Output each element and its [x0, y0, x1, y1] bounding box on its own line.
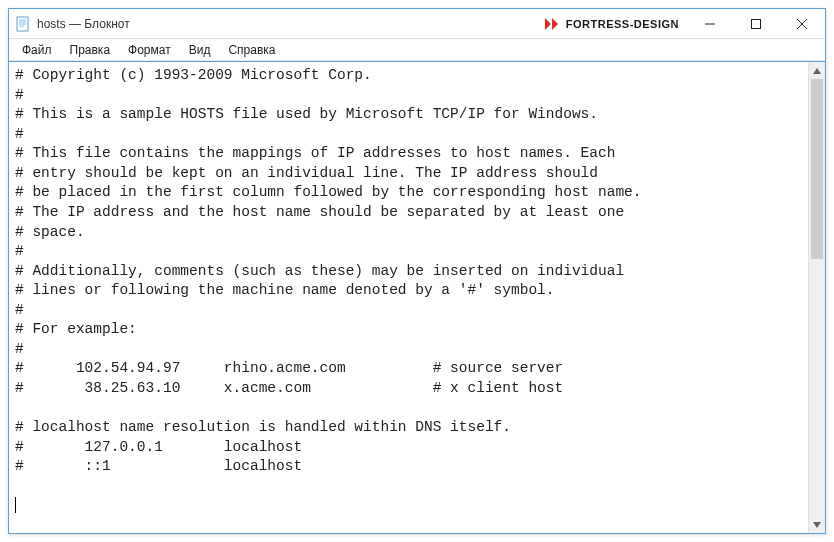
maximize-button[interactable] [733, 9, 779, 39]
menu-format[interactable]: Формат [119, 41, 180, 59]
editor-area: # Copyright (c) 1993-2009 Microsoft Corp… [9, 61, 825, 533]
scroll-down-arrow-icon[interactable] [809, 516, 825, 533]
brand-watermark: FORTRESS-DESIGN [544, 17, 679, 31]
editor-content: # Copyright (c) 1993-2009 Microsoft Corp… [15, 67, 642, 474]
minimize-button[interactable] [687, 9, 733, 39]
titlebar[interactable]: hosts — Блокнот FORTRESS-DESIGN [9, 9, 825, 39]
text-cursor [15, 497, 16, 513]
svg-line-8 [797, 19, 807, 29]
menu-view[interactable]: Вид [180, 41, 220, 59]
brand-text: FORTRESS-DESIGN [566, 18, 679, 30]
notepad-window: hosts — Блокнот FORTRESS-DESIGN Фай [8, 8, 826, 534]
scroll-up-arrow-icon[interactable] [809, 62, 825, 79]
svg-rect-6 [752, 19, 761, 28]
window-controls [687, 9, 825, 39]
scroll-thumb[interactable] [811, 79, 823, 259]
close-button[interactable] [779, 9, 825, 39]
window-title: hosts — Блокнот [37, 17, 130, 31]
menu-help[interactable]: Справка [219, 41, 284, 59]
notepad-icon [15, 16, 31, 32]
text-editor[interactable]: # Copyright (c) 1993-2009 Microsoft Corp… [9, 62, 808, 533]
scroll-track[interactable] [809, 79, 825, 516]
menubar: Файл Правка Формат Вид Справка [9, 39, 825, 61]
vertical-scrollbar[interactable] [808, 62, 825, 533]
menu-file[interactable]: Файл [13, 41, 61, 59]
menu-edit[interactable]: Правка [61, 41, 120, 59]
svg-line-7 [797, 19, 807, 29]
brand-logo-icon [544, 17, 562, 31]
